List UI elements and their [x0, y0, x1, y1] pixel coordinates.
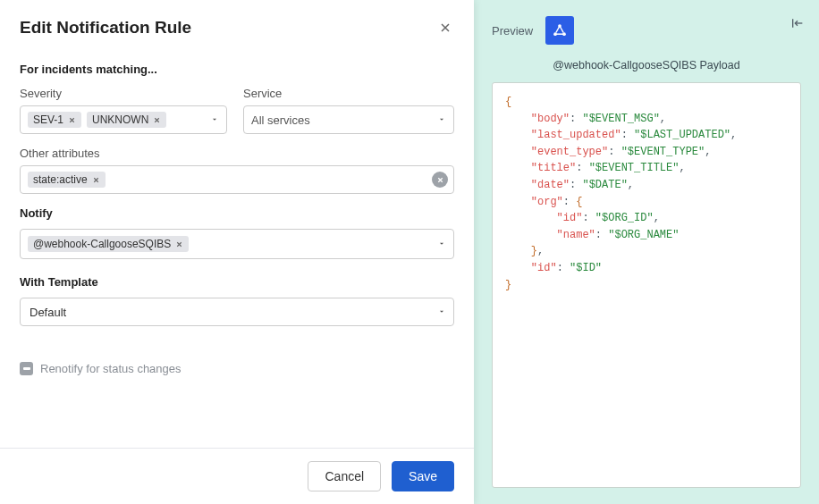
collapse-panel-icon[interactable] — [790, 16, 805, 33]
modal-title: Edit Notification Rule — [20, 18, 191, 38]
service-field: Service All services — [243, 87, 454, 134]
template-value: Default — [30, 306, 66, 319]
other-attributes-input[interactable]: state:active — [20, 165, 454, 194]
chip-label: state:active — [33, 173, 88, 186]
severity-chip: UNKNOWN — [87, 112, 166, 128]
chevron-down-icon — [437, 306, 446, 319]
severity-select[interactable]: SEV-1 UNKNOWN — [20, 105, 227, 134]
severity-label: Severity — [20, 87, 227, 100]
remove-chip-icon[interactable] — [92, 176, 100, 184]
attribute-chip: state:active — [28, 172, 106, 188]
preview-panel: Preview @webhook-CallgooseSQIBS Payload … — [474, 0, 819, 504]
chevron-down-icon — [437, 113, 446, 127]
cancel-button[interactable]: Cancel — [308, 461, 381, 491]
chip-label: UNKNOWN — [92, 113, 148, 126]
modal-footer: Cancel Save — [0, 448, 474, 504]
notify-select[interactable]: @webhook-CallgooseSQIBS — [20, 229, 454, 259]
renotify-row: Renotify for status changes — [20, 362, 454, 375]
remove-chip-icon[interactable] — [175, 240, 183, 248]
edit-rule-modal: Edit Notification Rule For incidents mat… — [0, 0, 474, 504]
other-attributes-label: Other attributes — [20, 147, 454, 160]
template-select[interactable]: Default — [20, 298, 454, 326]
remove-chip-icon[interactable] — [68, 116, 76, 124]
clear-all-icon[interactable] — [432, 172, 448, 188]
renotify-label: Renotify for status changes — [40, 362, 182, 375]
service-placeholder: All services — [251, 113, 310, 127]
close-icon[interactable] — [436, 19, 454, 37]
payload-title: @webhook-CallgooseSQIBS Payload — [492, 59, 801, 71]
matching-heading: For incidents matching... — [20, 63, 454, 76]
remove-chip-icon[interactable] — [153, 116, 161, 124]
template-heading: With Template — [20, 275, 454, 289]
chevron-down-icon — [437, 238, 446, 251]
service-select[interactable]: All services — [243, 105, 454, 134]
save-button[interactable]: Save — [392, 461, 454, 491]
preview-label: Preview — [492, 24, 533, 38]
notify-chip: @webhook-CallgooseSQIBS — [28, 236, 189, 252]
chip-label: @webhook-CallgooseSQIBS — [33, 238, 171, 250]
severity-chip: SEV-1 — [28, 112, 81, 128]
chevron-down-icon — [210, 113, 219, 127]
severity-field: Severity SEV-1 UNKNOWN — [20, 87, 227, 134]
webhook-icon[interactable] — [545, 16, 574, 45]
payload-json: { "body": "$EVENT_MSG", "last_updated": … — [492, 82, 801, 488]
renotify-checkbox[interactable] — [20, 362, 33, 375]
service-label: Service — [243, 87, 454, 100]
notify-heading: Notify — [20, 206, 454, 220]
other-attributes-field: Other attributes state:active — [20, 147, 454, 194]
chip-label: SEV-1 — [33, 113, 63, 126]
